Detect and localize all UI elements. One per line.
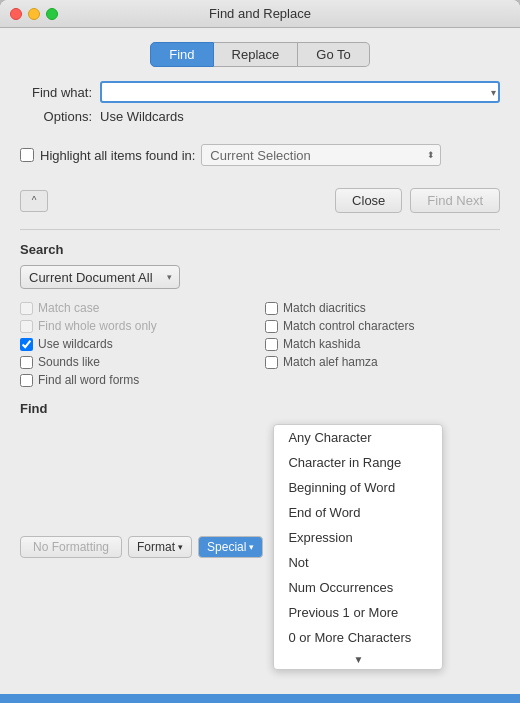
no-formatting-button[interactable]: No Formatting — [20, 536, 122, 558]
options-label: Options: — [20, 109, 100, 124]
expand-icon: ^ — [32, 195, 37, 206]
window: Find and Replace Find Replace Go To Find… — [0, 0, 520, 703]
dropdown-item-1[interactable]: Character in Range — [274, 450, 442, 475]
close-button[interactable]: Close — [335, 188, 402, 213]
checkbox-use-wildcards-label: Use wildcards — [38, 337, 113, 351]
checkbox-match-case-input — [20, 302, 33, 315]
find-what-label: Find what: — [20, 85, 100, 100]
search-dropdown-wrap: Current Document AllCurrent DocumentAll … — [20, 265, 180, 289]
dropdown-item-7[interactable]: Previous 1 or More — [274, 600, 442, 625]
checkbox-match-alef-input[interactable] — [265, 356, 278, 369]
minimize-window-button[interactable] — [28, 8, 40, 20]
dropdown-scroll-arrow-icon: ▼ — [274, 650, 442, 669]
dropdown-item-0[interactable]: Any Character — [274, 425, 442, 450]
special-chevron-icon: ▾ — [249, 542, 254, 552]
search-dropdown[interactable]: Current Document AllCurrent DocumentAll … — [20, 265, 180, 289]
checkbox-use-wildcards: Use wildcards — [20, 337, 255, 351]
checkbox-match-diacritics-input[interactable] — [265, 302, 278, 315]
checkbox-match-control-input[interactable] — [265, 320, 278, 333]
find-input[interactable] — [100, 81, 500, 103]
special-dropdown-menu: Any Character Character in Range Beginni… — [273, 424, 443, 670]
search-section: Search Current Document AllCurrent Docum… — [20, 242, 500, 387]
checkbox-sounds-like: Sounds like — [20, 355, 255, 369]
find-section-title: Find — [20, 401, 500, 416]
checkbox-match-diacritics: Match diacritics — [265, 301, 500, 315]
maximize-window-button[interactable] — [46, 8, 58, 20]
checkbox-sounds-like-input[interactable] — [20, 356, 33, 369]
checkbox-find-whole-words-input — [20, 320, 33, 333]
checkbox-match-case: Match case — [20, 301, 255, 315]
traffic-lights — [10, 8, 58, 20]
format-chevron-icon: ▾ — [178, 542, 183, 552]
checkbox-match-control-label: Match control characters — [283, 319, 414, 333]
find-input-wrap: ▾ — [100, 81, 500, 103]
button-row: ^ Close Find Next — [20, 188, 500, 213]
checkbox-match-alef-label: Match alef hamza — [283, 355, 378, 369]
checkbox-use-wildcards-input[interactable] — [20, 338, 33, 351]
checkbox-find-whole-words: Find whole words only — [20, 319, 255, 333]
checkbox-find-whole-words-label: Find whole words only — [38, 319, 157, 333]
tab-bar: Find Replace Go To — [20, 42, 500, 67]
dropdown-item-6[interactable]: Num Occurrences — [274, 575, 442, 600]
search-dropdown-row: Current Document AllCurrent DocumentAll … — [20, 265, 500, 289]
checkbox-match-diacritics-label: Match diacritics — [283, 301, 366, 315]
checkbox-match-kashida-label: Match kashida — [283, 337, 360, 351]
checkbox-find-all-word-forms-input[interactable] — [20, 374, 33, 387]
checkbox-find-all-word-forms: Find all word forms — [20, 373, 255, 387]
special-label: Special — [207, 540, 246, 554]
highlight-select[interactable]: Current SelectionMain Document — [201, 144, 441, 166]
dropdown-item-5[interactable]: Not — [274, 550, 442, 575]
highlight-checkbox[interactable] — [20, 148, 34, 162]
expand-button[interactable]: ^ — [20, 190, 48, 212]
format-button[interactable]: Format ▾ — [128, 536, 192, 558]
options-row: Options: Use Wildcards — [20, 109, 500, 124]
tab-replace[interactable]: Replace — [214, 42, 299, 67]
checkbox-match-kashida-input[interactable] — [265, 338, 278, 351]
checkbox-find-all-word-forms-label: Find all word forms — [38, 373, 139, 387]
find-section: Find No Formatting Format ▾ Special ▾ An… — [20, 401, 500, 670]
divider — [20, 229, 500, 230]
find-next-button[interactable]: Find Next — [410, 188, 500, 213]
find-buttons-row: No Formatting Format ▾ Special ▾ Any Cha… — [20, 424, 500, 670]
checkbox-match-control: Match control characters — [265, 319, 500, 333]
dropdown-item-8[interactable]: 0 or More Characters — [274, 625, 442, 650]
highlight-row: Highlight all items found in: Current Se… — [20, 136, 500, 174]
search-section-title: Search — [20, 242, 500, 257]
dropdown-item-4[interactable]: Expression — [274, 525, 442, 550]
highlight-select-wrap: Current SelectionMain Document ⬍ — [201, 144, 441, 166]
tab-find[interactable]: Find — [150, 42, 213, 67]
highlight-label: Highlight all items found in: — [40, 148, 195, 163]
title-bar: Find and Replace — [0, 0, 520, 28]
bottom-bar — [0, 694, 520, 703]
dropdown-item-2[interactable]: Beginning of Word — [274, 475, 442, 500]
window-title: Find and Replace — [209, 6, 311, 21]
checkbox-match-case-label: Match case — [38, 301, 99, 315]
options-value: Use Wildcards — [100, 109, 184, 124]
main-content: Find Replace Go To Find what: ▾ Options:… — [0, 28, 520, 694]
checkbox-match-kashida: Match kashida — [265, 337, 500, 351]
special-button[interactable]: Special ▾ — [198, 536, 263, 558]
close-window-button[interactable] — [10, 8, 22, 20]
checkbox-match-alef: Match alef hamza — [265, 355, 500, 369]
format-label: Format — [137, 540, 175, 554]
checkbox-sounds-like-label: Sounds like — [38, 355, 100, 369]
tab-goto[interactable]: Go To — [298, 42, 369, 67]
find-what-row: Find what: ▾ — [20, 81, 500, 103]
checkboxes-grid: Match case Match diacritics Find whole w… — [20, 301, 500, 387]
dropdown-item-3[interactable]: End of Word — [274, 500, 442, 525]
